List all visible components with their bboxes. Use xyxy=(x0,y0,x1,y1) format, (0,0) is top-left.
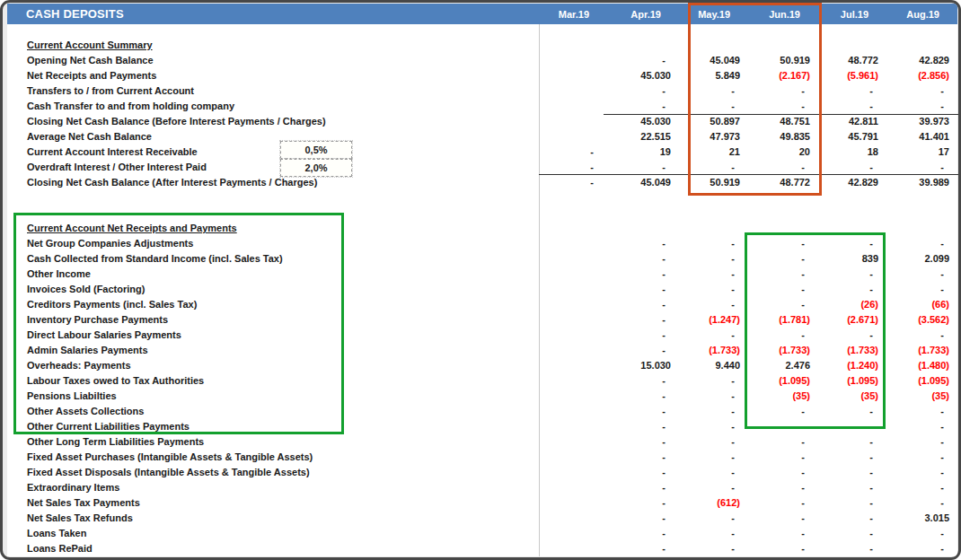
row-label: Current Account Interest Receivable xyxy=(7,144,536,160)
value-cell: - xyxy=(881,465,952,480)
value-cell: - xyxy=(881,328,952,343)
table-row: Labour Taxes owed to Tax Authorities--(1… xyxy=(7,373,957,389)
value-cell: - xyxy=(674,297,743,312)
value-cell: - xyxy=(674,373,743,389)
table-row: Fixed Asset Purchases (Intangible Assets… xyxy=(7,450,957,465)
value-cell: - xyxy=(743,434,813,450)
value-cell: - xyxy=(881,160,952,175)
value-cell: 42.811 xyxy=(813,114,881,129)
table-row: Net Group Companies Adjustments----- xyxy=(7,236,957,251)
value-cell: - xyxy=(881,419,952,434)
row-label: Pensions Liabilties xyxy=(7,389,536,404)
value-cell: (2.671) xyxy=(813,312,881,328)
value-cell: 45.049 xyxy=(602,175,674,190)
table-row: Extraordinary Items----- xyxy=(7,480,957,495)
value-cell: 17 xyxy=(881,144,952,160)
value-cell: (35) xyxy=(813,389,881,404)
value-cell xyxy=(536,114,602,129)
value-cell: 42.829 xyxy=(813,175,881,190)
value-cell: 48.772 xyxy=(813,53,881,68)
value-cell: - xyxy=(602,83,674,99)
value-cell: 15.030 xyxy=(602,358,674,373)
value-cell: (1.733) xyxy=(674,343,743,358)
value-cell xyxy=(536,267,602,282)
value-cell: (35) xyxy=(743,389,813,404)
value-cell: 39.989 xyxy=(881,175,952,190)
value-cell: 41.401 xyxy=(881,129,952,144)
value-cell: - xyxy=(602,480,674,495)
value-cell: - xyxy=(602,312,674,328)
value-cell: - xyxy=(602,450,674,465)
value-cell: - xyxy=(743,282,813,297)
value-cell xyxy=(536,495,602,511)
value-cell: 20 xyxy=(743,144,813,160)
table-row: Fixed Asset Disposals (Intangible Assets… xyxy=(7,465,957,480)
value-cell: - xyxy=(813,434,881,450)
value-cell xyxy=(536,434,602,450)
table-row: Admin Salaries Payments-(1.733)(1.733)(1… xyxy=(7,343,957,358)
value-cell: - xyxy=(743,465,813,480)
value-cell: - xyxy=(602,404,674,419)
row-label: Admin Salaries Payments xyxy=(7,343,536,358)
value-cell xyxy=(536,297,602,312)
value-cell: - xyxy=(536,144,602,160)
value-cell: - xyxy=(674,267,743,282)
value-cell: - xyxy=(674,389,743,404)
value-cell: - xyxy=(881,450,952,465)
row-label: Direct Labour Salaries Payments xyxy=(7,328,536,343)
value-cell: - xyxy=(881,526,952,541)
value-cell: - xyxy=(813,282,881,297)
value-cell: 50.897 xyxy=(674,114,743,129)
value-cell: - xyxy=(602,434,674,450)
value-cell: (66) xyxy=(881,297,952,312)
table-row: Transfers to / from Current Account----- xyxy=(7,83,957,99)
row-label: Net Sales Tax Refunds xyxy=(7,511,536,526)
value-cell: - xyxy=(813,83,881,99)
value-cell: (1.733) xyxy=(881,343,952,358)
value-cell: (1.240) xyxy=(813,358,881,373)
value-cell: 45.030 xyxy=(602,114,674,129)
interest-receivable-rate-input[interactable]: 0,5% xyxy=(280,141,352,159)
value-cell: (2.167) xyxy=(743,68,813,83)
value-cell xyxy=(536,358,602,373)
value-cell: - xyxy=(674,419,743,434)
value-cell: - xyxy=(813,480,881,495)
value-cell: - xyxy=(743,297,813,312)
value-cell: - xyxy=(813,99,881,114)
column-header-jun-19: Jun.19 xyxy=(743,9,813,20)
table-row: Other Long Term Liabilities Payments----… xyxy=(7,434,957,450)
table-row: Overdraft Interest / Other Interest Paid… xyxy=(7,160,957,175)
value-cell: 42.829 xyxy=(881,53,952,68)
value-cell: - xyxy=(602,526,674,541)
report-frame: CASH DEPOSITS Mar.19Apr.19May.19Jun.19Ju… xyxy=(0,0,961,560)
section-heading: Current Account Summary xyxy=(7,38,536,53)
table-row: Net Sales Tax Refunds----3.015 xyxy=(7,511,957,526)
value-cell: - xyxy=(813,160,881,175)
value-cell: - xyxy=(743,404,813,419)
value-cell: - xyxy=(813,450,881,465)
value-cell xyxy=(536,282,602,297)
value-cell: 839 xyxy=(813,251,881,267)
value-cell: 50.919 xyxy=(674,175,743,190)
value-cell: - xyxy=(674,236,743,251)
value-cell: - xyxy=(602,389,674,404)
value-cell: - xyxy=(743,99,813,114)
value-cell: - xyxy=(674,282,743,297)
table-row: Opening Net Cash Balance-45.04950.91948.… xyxy=(7,53,957,68)
value-cell: - xyxy=(813,495,881,511)
value-cell xyxy=(536,53,602,68)
value-cell: - xyxy=(536,160,602,175)
value-cell: - xyxy=(602,160,674,175)
table-row: Cash Transfer to and from holding compan… xyxy=(7,99,957,114)
table-row: Current Account Interest Receivable-1921… xyxy=(7,144,957,160)
value-cell: - xyxy=(674,465,743,480)
value-cell xyxy=(536,83,602,99)
value-cell: - xyxy=(881,282,952,297)
value-cell: - xyxy=(674,328,743,343)
row-label: Creditors Payments (incl. Sales Tax) xyxy=(7,297,536,312)
value-cell: - xyxy=(881,99,952,114)
value-cell: (1.733) xyxy=(813,343,881,358)
value-cell xyxy=(536,68,602,83)
sheet-rows: Current Account SummaryOpening Net Cash … xyxy=(7,38,957,556)
overdraft-interest-rate-input[interactable]: 2,0% xyxy=(280,159,352,177)
